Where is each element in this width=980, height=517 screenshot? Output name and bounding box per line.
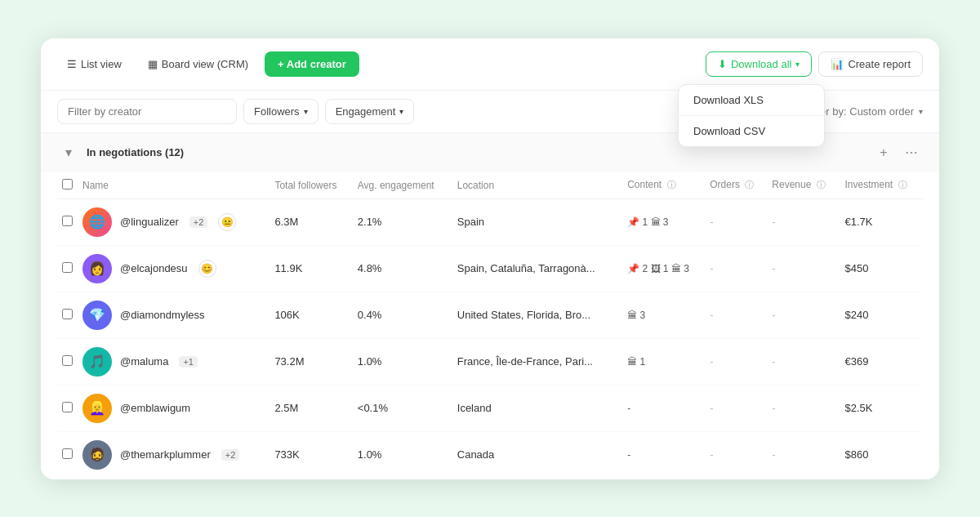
row-name-cell: 👱‍♀️ @emblawigum [78, 385, 270, 431]
header-name: Name [78, 172, 270, 199]
creator-badge: +2 [189, 216, 208, 228]
row-followers: 11.9K [270, 245, 352, 292]
row-engagement: 2.1% [353, 198, 452, 245]
content-icons: 🏛 1 [627, 356, 700, 368]
table-row: 👱‍♀️ @emblawigum 2.5M <0.1% Iceland - - … [57, 385, 923, 431]
row-engagement: 4.8% [353, 245, 452, 292]
section-more-button[interactable]: ⋯ [900, 141, 923, 164]
row-engagement: <0.1% [353, 385, 452, 431]
row-orders: - [705, 431, 767, 478]
list-view-button[interactable]: ☰ List view [57, 53, 131, 75]
row-followers: 733K [270, 431, 352, 478]
row-checkbox[interactable] [62, 309, 73, 319]
order-chevron-icon: ▾ [919, 107, 923, 116]
table-container: Name Total followers Avg. engagement Loc… [41, 172, 939, 478]
row-revenue: - [767, 292, 840, 338]
header-location: Location [452, 172, 622, 199]
section-collapse-button[interactable]: ▾ [57, 141, 80, 164]
download-csv-item[interactable]: Download CSV [679, 116, 824, 146]
row-followers: 106K [270, 292, 352, 338]
list-icon: ☰ [67, 58, 77, 70]
chevron-down-icon: ▾ [795, 60, 800, 69]
row-followers: 6.3M [270, 198, 352, 245]
avatar: 💎 [82, 301, 112, 330]
followers-filter-button[interactable]: Followers ▾ [243, 99, 318, 124]
row-orders: - [705, 385, 767, 431]
header-revenue: Revenue ⓘ [767, 172, 840, 199]
orders-info-icon: ⓘ [745, 180, 754, 189]
creator-emoji-btn[interactable]: 😊 [198, 260, 216, 278]
avatar: 👱‍♀️ [82, 394, 112, 423]
row-investment: $2.5K [840, 385, 923, 431]
content-icons: 📌 1 🏛 3 [627, 216, 700, 228]
creator-cell: 👩 @elcajondesu 😊 [82, 254, 265, 283]
row-location: Spain, Cataluña, Tarragonà... [452, 245, 622, 292]
row-checkbox[interactable] [62, 355, 73, 366]
row-name-cell: 💎 @diamondmyless [78, 292, 270, 338]
row-revenue: - [767, 338, 840, 385]
row-content: 🏛 1 [622, 338, 705, 385]
row-checkbox-cell [57, 292, 78, 338]
table-row: 💎 @diamondmyless 106K 0.4% United States… [57, 292, 923, 338]
row-location: France, Île-de-France, Pari... [452, 338, 622, 385]
row-content: 📌 1 🏛 3 [622, 198, 705, 245]
row-revenue: - [767, 198, 840, 245]
row-orders: - [705, 198, 767, 245]
download-all-button[interactable]: ⬇ Download all ▾ [706, 51, 812, 77]
followers-filter-label: Followers [254, 105, 300, 118]
row-checkbox[interactable] [62, 448, 73, 459]
header-engagement: Avg. engagement [353, 172, 452, 199]
report-icon: 📊 [831, 58, 844, 70]
row-checkbox[interactable] [62, 262, 73, 273]
row-checkbox[interactable] [62, 402, 73, 412]
revenue-info-icon: ⓘ [817, 180, 826, 189]
row-content: - [622, 431, 705, 478]
row-content: - [622, 385, 705, 431]
row-revenue: - [767, 245, 840, 292]
create-report-button[interactable]: 📊 Create report [818, 51, 923, 77]
avatar: 👩 [82, 254, 112, 283]
creators-table: Name Total followers Avg. engagement Loc… [57, 172, 923, 478]
download-icon: ⬇ [718, 58, 727, 70]
search-input[interactable] [57, 99, 237, 124]
board-icon: ▦ [148, 58, 158, 70]
row-orders: - [705, 245, 767, 292]
creator-cell: 👱‍♀️ @emblawigum [82, 394, 265, 423]
row-orders: - [705, 292, 767, 338]
row-investment: $450 [840, 245, 923, 292]
row-checkbox-cell [57, 245, 78, 292]
download-all-label: Download all [731, 58, 791, 70]
main-card: ☰ List view ▦ Board view (CRM) + Add cre… [41, 38, 939, 479]
select-all-checkbox[interactable] [62, 179, 73, 189]
section-add-button[interactable]: + [872, 141, 895, 164]
creator-cell: 🎵 @maluma +1 [82, 347, 265, 377]
engagement-filter-button[interactable]: Engagement ▾ [325, 99, 415, 124]
row-content: 🏛 3 [622, 292, 705, 338]
creator-badge: +2 [221, 449, 240, 461]
creator-emoji-btn[interactable]: 😐 [218, 213, 236, 231]
add-creator-label: + Add creator [278, 58, 346, 70]
download-xls-item[interactable]: Download XLS [679, 85, 824, 115]
creator-handle: @maluma [120, 355, 168, 368]
row-name-cell: 🌐 @lingualizer +2 😐 [78, 198, 270, 245]
content-icons: 🏛 3 [627, 310, 700, 321]
toolbar: ☰ List view ▦ Board view (CRM) + Add cre… [41, 38, 939, 91]
creator-cell: 🌐 @lingualizer +2 😐 [82, 207, 265, 237]
creator-handle: @themarkplummer [120, 448, 211, 461]
add-creator-button[interactable]: + Add creator [265, 51, 359, 77]
avatar: 🌐 [82, 207, 112, 237]
header-investment: Investment ⓘ [840, 172, 923, 199]
list-view-label: List view [81, 58, 122, 70]
content-icons: - [627, 403, 700, 414]
header-followers: Total followers [270, 172, 352, 199]
followers-chevron-icon: ▾ [304, 107, 308, 116]
row-engagement: 1.0% [353, 338, 452, 385]
row-checkbox[interactable] [62, 216, 73, 226]
row-revenue: - [767, 431, 840, 478]
row-name-cell: 🧔 @themarkplummer +2 [78, 431, 270, 478]
section-title: In negotiations (12) [87, 146, 866, 158]
board-view-button[interactable]: ▦ Board view (CRM) [138, 53, 258, 75]
row-engagement: 0.4% [353, 292, 452, 338]
header-content: Content ⓘ [622, 172, 705, 199]
table-row: 🧔 @themarkplummer +2 733K 1.0% Canada - … [57, 431, 923, 478]
